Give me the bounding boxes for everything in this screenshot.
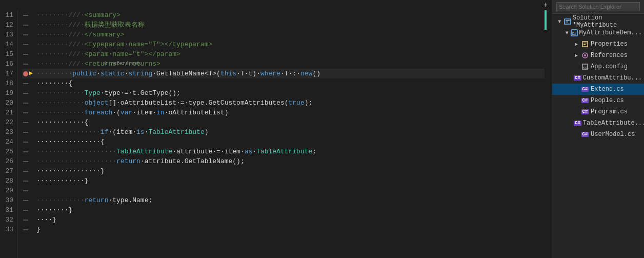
code-line-16: 0 references········///·<returns></retur… <box>22 59 545 69</box>
se-item-peoplecs[interactable]: C#People.cs <box>552 95 644 106</box>
code-token: ········///· <box>36 20 85 30</box>
se-item-label-project: MyAttributeDem... <box>579 29 642 36</box>
code-token: ) <box>205 127 209 137</box>
line-number-28: 28 <box>4 176 13 186</box>
se-item-project[interactable]: ▼C#MyAttributeDem... <box>552 27 644 38</box>
line-number-17: 17 <box>4 69 13 78</box>
expand-icon-programcs <box>573 108 580 115</box>
breakpoint-indicator-18[interactable] <box>22 83 29 84</box>
code-token: static <box>100 69 125 78</box>
code-token: } <box>36 225 41 234</box>
line-number-14: 14 <box>4 39 13 49</box>
line-number-13: 13 <box>4 30 13 39</box>
code-line-15: ········///·<param·name="t"></param> <box>22 49 545 59</box>
breakpoint-indicator-31[interactable] <box>22 210 29 211</box>
breakpoint-indicator-16[interactable] <box>22 64 29 65</box>
add-panel-button[interactable]: + <box>540 1 551 9</box>
code-lines: ········///·<summary>········///·根据类型获取表… <box>18 10 545 258</box>
se-item-label-appconfig: App.config <box>591 63 628 70</box>
solution-explorer-search-input[interactable] <box>556 2 640 11</box>
code-token: ········///· <box>36 49 85 59</box>
svg-text:xml: xml <box>582 66 589 70</box>
line-number-31: 31 <box>4 205 13 215</box>
code-token: return <box>116 156 140 166</box>
code-token: ····} <box>36 215 56 225</box>
code-token: · <box>96 69 100 78</box>
se-item-tableattrib[interactable]: C#TableAttribute.... <box>552 117 644 129</box>
breakpoint-dash <box>23 112 28 113</box>
code-token: ········{ <box>36 78 72 88</box>
code-token: ; <box>312 147 316 156</box>
svg-text:C#: C# <box>572 31 577 36</box>
code-line-23: ················if·(item·is·TableAttribu… <box>22 127 545 137</box>
se-item-customattrib[interactable]: C#CustomAttribu... <box>552 72 644 84</box>
code-line-20: ············object[]·oAttributeList·=·ty… <box>22 98 545 108</box>
breakpoint-indicator-32[interactable] <box>22 220 29 221</box>
se-item-properties[interactable]: ▶Properties <box>552 38 644 50</box>
breakpoint-indicator-20[interactable] <box>22 103 29 104</box>
code-token: 根据类型获取表名称 <box>85 20 145 30</box>
breakpoint-dash <box>23 161 28 162</box>
se-item-label-references: References <box>591 52 628 59</box>
se-item-extendcs[interactable]: C#Extend.cs <box>552 84 644 95</box>
code-line-33: } <box>22 225 545 234</box>
breakpoint-dash <box>23 54 28 55</box>
se-item-programcs[interactable]: C#Program.cs <box>552 106 644 117</box>
references-label: 0 references <box>104 59 141 69</box>
breakpoint-indicator-23[interactable] <box>22 132 29 133</box>
se-item-usermodelcs[interactable]: C#UserModel.cs <box>552 129 644 140</box>
breakpoint-indicator-15[interactable] <box>22 54 29 55</box>
se-item-solution[interactable]: ▼Solution 'MyAttribute <box>552 16 644 27</box>
breakpoint-indicator-22[interactable] <box>22 122 29 123</box>
svg-rect-2 <box>566 22 568 23</box>
code-token: Type <box>85 88 100 98</box>
breakpoint-indicator-27[interactable] <box>22 171 29 172</box>
breakpoint-indicator-26[interactable] <box>22 161 29 162</box>
breakpoint-indicator-17[interactable] <box>22 71 29 76</box>
code-token: ·T·t)· <box>236 69 260 78</box>
breakpoint-indicator-13[interactable] <box>22 34 29 35</box>
code-line-30: ············return·type.Name; <box>22 195 545 205</box>
code-token: var <box>120 108 132 117</box>
expand-icon-properties: ▶ <box>573 41 580 48</box>
breakpoint-indicator-33[interactable] <box>22 229 29 230</box>
code-editor: + 11121314151617181920212223242526272829… <box>0 0 552 258</box>
breakpoint-indicator-21[interactable] <box>22 112 29 113</box>
line-numbers: 1112131415161718192021222324252627282930… <box>0 10 18 258</box>
code-line-31: ········} <box>22 205 545 215</box>
code-token: ·oAttributeList) <box>165 108 229 117</box>
line-number-23: 23 <box>4 127 13 137</box>
arrow-indicator-17: ▶ <box>29 69 36 78</box>
expand-icon-references: ▶ <box>573 52 580 59</box>
se-item-references[interactable]: ▶References <box>552 50 644 61</box>
file-icon-peoplecs: C# <box>581 97 589 104</box>
breakpoint-indicator-11[interactable] <box>22 15 29 16</box>
breakpoint-indicator-19[interactable] <box>22 93 29 94</box>
breakpoint-indicator-25[interactable] <box>22 151 29 152</box>
code-container: 1112131415161718192021222324252627282930… <box>0 10 552 258</box>
code-line-28: ············} <box>22 176 545 186</box>
breakpoint-dash <box>23 200 28 201</box>
code-token: string <box>128 69 152 78</box>
breakpoint-indicator-24[interactable] <box>22 142 29 143</box>
code-token: ················} <box>36 166 105 176</box>
breakpoint-indicator-12[interactable] <box>22 25 29 26</box>
breakpoint-indicator-30[interactable] <box>22 200 29 201</box>
line-number-20: 20 <box>4 98 13 108</box>
file-icon-solution <box>564 18 571 25</box>
code-line-18: ········{ <box>22 78 545 88</box>
breakpoint-indicator-14[interactable] <box>22 44 29 45</box>
code-line-22: ············{ <box>22 117 545 127</box>
se-item-appconfig[interactable]: xmlApp.config <box>552 61 644 72</box>
svg-rect-6 <box>583 43 587 44</box>
line-number-19: 19 <box>4 88 13 98</box>
breakpoint-dash <box>23 171 28 172</box>
code-token: ········///· <box>36 10 85 20</box>
expand-icon-project: ▼ <box>565 29 570 36</box>
breakpoint-indicator-28[interactable] <box>22 181 29 182</box>
breakpoint-indicator-29[interactable] <box>22 190 29 191</box>
code-line-11: ········///·<summary> <box>22 10 545 20</box>
code-line-13: ········///·</summary> <box>22 30 545 39</box>
code-token: ·item· <box>132 108 156 117</box>
code-token: ········· <box>36 69 72 78</box>
